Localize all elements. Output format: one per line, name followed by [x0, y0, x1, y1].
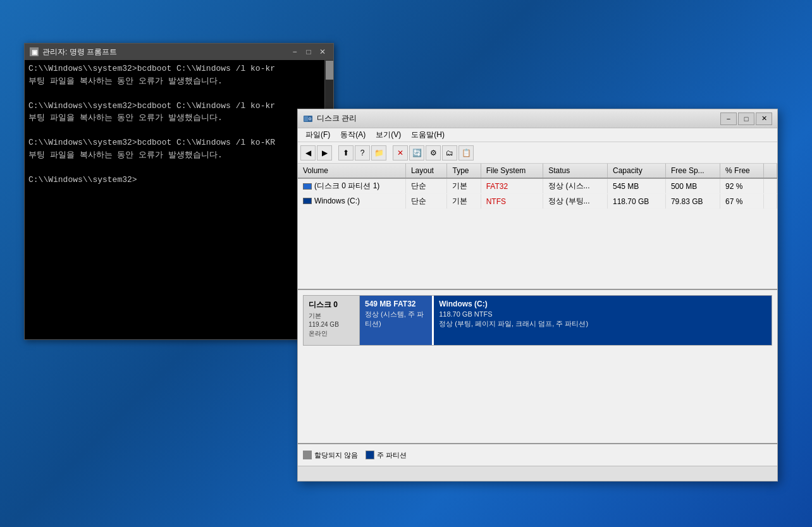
legend-unallocated-box [303, 451, 312, 459]
toolbar-help-button[interactable]: ? [355, 145, 370, 161]
legend-primary-box [366, 451, 374, 459]
table-row[interactable]: (디스크 0 파티션 1) 단순 기본 FAT32 정상 (시스... 545 … [298, 178, 777, 194]
vol-free: 79.83 GB [665, 194, 720, 209]
partition-fat32[interactable]: 549 MB FAT32 정상 (시스템, 주 파티션) [360, 296, 434, 345]
vol-status: 정상 (부팅... [543, 194, 608, 209]
cmd-title: 관리자: 명령 프롬프트 [42, 47, 285, 58]
vol-fs: NTFS [481, 194, 543, 209]
disk-controls: − □ ✕ [720, 112, 772, 125]
cmd-controls: − □ ✕ [289, 47, 328, 57]
statusbar-bottom [298, 466, 777, 481]
disk-minimize-button[interactable]: − [720, 112, 737, 125]
vol-type: 기본 [447, 178, 481, 194]
cmd-minimize-button[interactable]: − [289, 47, 300, 57]
partition-ntfs-sub: 118.70 GB NTFS정상 (부팅, 페이지 파일, 크래시 덤프, 주 … [439, 310, 766, 329]
vol-extra [763, 178, 777, 194]
toolbar-properties-button[interactable]: ⚙ [426, 145, 441, 161]
vol-extra [763, 194, 777, 209]
vol-pct: 92 % [720, 178, 764, 194]
cmd-text: C:\\Windows\\system32>bcdboot C:\\Window… [28, 63, 329, 186]
vol-name: (디스크 0 파티션 1) [298, 178, 405, 194]
menu-help[interactable]: 도움말(H) [406, 128, 450, 142]
vol-type: 기본 [447, 194, 481, 209]
disk-label-sub: 기본119.24 GB온라인 [309, 312, 354, 338]
partition-ntfs-title: Windows (C:) [439, 300, 766, 308]
legend-primary: 주 파티션 [366, 451, 407, 460]
volume-table: Volume Layout Type File System Status Ca… [298, 164, 777, 209]
disk-label-0: 디스크 0 기본119.24 GB온라인 [303, 295, 360, 346]
col-freespace[interactable]: Free Sp... [665, 164, 720, 178]
vol-layout: 단순 [405, 178, 447, 194]
partition-ntfs[interactable]: Windows (C:) 118.70 GB NTFS정상 (부팅, 페이지 파… [434, 296, 772, 345]
disk-label-title: 디스크 0 [309, 300, 354, 310]
disk-title: 디스크 관리 [317, 113, 717, 124]
menu-view[interactable]: 보기(V) [371, 128, 406, 142]
disk-titlebar: 디스크 관리 − □ ✕ [298, 109, 777, 128]
cmd-titlebar: ▣ 관리자: 명령 프롬프트 − □ ✕ [25, 44, 333, 60]
disk-toolbar: ◀ ▶ ⬆ ? 📁 ✕ 🔄 ⚙ 🗂 📋 [298, 142, 777, 164]
toolbar-extra-button[interactable]: 📋 [458, 145, 474, 161]
toolbar-delete-button[interactable]: ✕ [393, 145, 408, 161]
disk-icon [303, 114, 313, 124]
vol-capacity: 545 MB [607, 178, 665, 194]
vol-capacity: 118.70 GB [607, 194, 665, 209]
col-pctfree[interactable]: % Free [720, 164, 764, 178]
menu-action[interactable]: 동작(A) [335, 128, 371, 142]
disk-close-button[interactable]: ✕ [756, 112, 772, 125]
col-status[interactable]: Status [543, 164, 608, 178]
disk-maximize-button[interactable]: □ [738, 112, 754, 125]
disk-menubar: 파일(F) 동작(A) 보기(V) 도움말(H) [298, 128, 777, 142]
disk-row-0: 디스크 0 기본119.24 GB온라인 549 MB FAT32 정상 (시스… [303, 295, 772, 346]
legend-unallocated: 할당되지 않음 [303, 451, 358, 460]
col-layout[interactable]: Layout [405, 164, 447, 178]
cmd-window: ▣ 관리자: 명령 프롬프트 − □ ✕ C:\\Windows\\system… [24, 43, 334, 340]
vol-status: 정상 (시스... [543, 178, 608, 194]
toolbar-forward-button[interactable]: ▶ [317, 145, 332, 161]
menu-file[interactable]: 파일(F) [300, 128, 335, 142]
cmd-scrollbar-thumb [326, 61, 333, 80]
partition-fat32-title: 549 MB FAT32 [365, 300, 427, 308]
disk-map-area: 디스크 0 기본119.24 GB온라인 549 MB FAT32 정상 (시스… [298, 290, 777, 443]
toolbar-up-button[interactable]: ⬆ [338, 145, 354, 161]
toolbar-back-button[interactable]: ◀ [300, 145, 316, 161]
legend-primary-label: 주 파티션 [377, 451, 407, 460]
disk-partitions-0: 549 MB FAT32 정상 (시스템, 주 파티션) Windows (C:… [360, 295, 772, 346]
vol-fs: FAT32 [481, 178, 543, 194]
toolbar-view-button[interactable]: 🗂 [442, 145, 457, 161]
col-type[interactable]: Type [447, 164, 481, 178]
vol-pct: 67 % [720, 194, 764, 209]
table-row[interactable]: Windows (C:) 단순 기본 NTFS 정상 (부팅... 118.70… [298, 194, 777, 209]
vol-free: 500 MB [665, 178, 720, 194]
toolbar-refresh-button[interactable]: 🔄 [409, 145, 424, 161]
disk-statusbar: 할당되지 않음 주 파티션 [298, 443, 777, 466]
col-fs[interactable]: File System [481, 164, 543, 178]
vol-name: Windows (C:) [298, 194, 405, 209]
toolbar-folder-button[interactable]: 📁 [371, 145, 386, 161]
cmd-maximize-button[interactable]: □ [303, 47, 314, 57]
col-volume[interactable]: Volume [298, 164, 405, 178]
disk-management-window: 디스크 관리 − □ ✕ 파일(F) 동작(A) 보기(V) 도움말(H) ◀ … [297, 109, 778, 482]
cmd-close-button[interactable]: ✕ [317, 47, 328, 57]
vol-layout: 단순 [405, 194, 447, 209]
partition-fat32-sub: 정상 (시스템, 주 파티션) [365, 310, 427, 329]
cmd-icon: ▣ [30, 47, 39, 56]
volume-table-area: Volume Layout Type File System Status Ca… [298, 164, 777, 290]
svg-rect-1 [304, 116, 308, 121]
legend-unallocated-label: 할당되지 않음 [314, 451, 358, 460]
cmd-content: C:\\Windows\\system32>bcdboot C:\\Window… [25, 60, 333, 339]
col-extra [763, 164, 777, 178]
col-capacity[interactable]: Capacity [607, 164, 665, 178]
svg-point-3 [309, 118, 311, 119]
